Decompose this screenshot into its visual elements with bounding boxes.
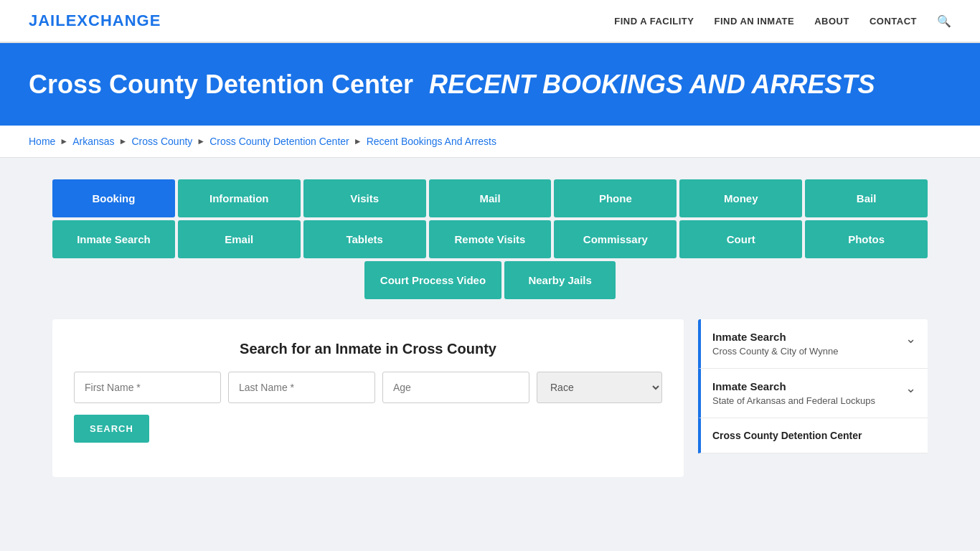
breadcrumb-sep-2: ► [119, 136, 128, 146]
tab-nearby-jails[interactable]: Nearby Jails [504, 261, 616, 299]
tab-commissary[interactable]: Commissary [554, 220, 677, 258]
sidebar-item-inmate-search-state[interactable]: Inmate Search State of Arkansas and Fede… [698, 369, 928, 418]
tab-mail[interactable]: Mail [429, 179, 552, 217]
logo-part2: EXCHANGE [66, 11, 161, 29]
race-select[interactable]: Race White Black Hispanic Asian Other [537, 372, 662, 403]
tab-tablets[interactable]: Tablets [303, 220, 426, 258]
tabs-row-3: Court Process Video Nearby Jails [52, 261, 928, 299]
age-input[interactable] [382, 372, 529, 403]
tab-remote-visits[interactable]: Remote Visits [429, 220, 552, 258]
hero-title-normal: Cross County Detention Center [29, 70, 413, 99]
breadcrumb-section: Home ► Arkansas ► Cross County ► Cross C… [0, 126, 980, 158]
tab-inmate-search[interactable]: Inmate Search [52, 220, 175, 258]
tab-court[interactable]: Court [679, 220, 802, 258]
tab-phone[interactable]: Phone [554, 179, 677, 217]
tab-email[interactable]: Email [178, 220, 301, 258]
search-icon[interactable]: 🔍 [937, 14, 951, 28]
sidebar-item-detention-center[interactable]: Cross County Detention Center [698, 418, 928, 453]
header: JAILEXCHANGE FIND A FACILITY FIND AN INM… [0, 0, 980, 43]
nav-find-inmate[interactable]: FIND AN INMATE [714, 16, 794, 27]
sidebar-item-sub-2: State of Arkansas and Federal Lockups [712, 395, 875, 406]
search-button[interactable]: SEARCH [74, 415, 149, 443]
tab-information[interactable]: Information [178, 179, 301, 217]
hero-title: Cross County Detention Center RECENT BOO… [29, 69, 951, 100]
logo-part1: JAIL [29, 11, 66, 29]
tabs-row-1: Booking Information Visits Mail Phone Mo… [52, 179, 928, 217]
chevron-down-icon-1: ⌄ [905, 331, 916, 347]
breadcrumb-home[interactable]: Home [29, 136, 55, 147]
tab-booking[interactable]: Booking [52, 179, 175, 217]
hero-section: Cross County Detention Center RECENT BOO… [0, 43, 980, 126]
breadcrumb-sep-1: ► [60, 136, 68, 146]
tab-bail[interactable]: Bail [805, 179, 928, 217]
breadcrumb-sep-4: ► [354, 136, 362, 146]
tab-visits[interactable]: Visits [303, 179, 426, 217]
search-panel-title: Search for an Inmate in Cross County [74, 341, 662, 357]
breadcrumb-detention-center[interactable]: Cross County Detention Center [209, 136, 349, 147]
sidebar-item-plain-label: Cross County Detention Center [712, 430, 916, 441]
sidebar: Inmate Search Cross County & City of Wyn… [698, 319, 928, 453]
tab-court-process-video[interactable]: Court Process Video [364, 261, 501, 299]
main-nav: FIND A FACILITY FIND AN INMATE ABOUT CON… [614, 14, 951, 28]
content-area: Search for an Inmate in Cross County Rac… [52, 319, 928, 477]
last-name-input[interactable] [228, 372, 375, 403]
sidebar-item-heading-2: Inmate Search [712, 380, 875, 392]
sidebar-item-heading-1: Inmate Search [712, 331, 838, 343]
sidebar-item-sub-1: Cross County & City of Wynne [712, 346, 838, 357]
breadcrumb-recent: Recent Bookings And Arrests [367, 136, 496, 147]
tab-money[interactable]: Money [679, 179, 802, 217]
breadcrumb-arkansas[interactable]: Arkansas [72, 136, 114, 147]
search-panel: Search for an Inmate in Cross County Rac… [52, 319, 684, 477]
tab-photos[interactable]: Photos [805, 220, 928, 258]
nav-find-facility[interactable]: FIND A FACILITY [614, 16, 694, 27]
breadcrumb: Home ► Arkansas ► Cross County ► Cross C… [29, 136, 951, 147]
nav-contact[interactable]: CONTACT [870, 16, 917, 27]
chevron-down-icon-2: ⌄ [905, 380, 916, 396]
tabs-container: Booking Information Visits Mail Phone Mo… [52, 179, 928, 299]
tabs-row-2: Inmate Search Email Tablets Remote Visit… [52, 220, 928, 258]
first-name-input[interactable] [74, 372, 221, 403]
sidebar-item-inmate-search-local[interactable]: Inmate Search Cross County & City of Wyn… [698, 319, 928, 369]
breadcrumb-sep-3: ► [197, 136, 205, 146]
main-content: Booking Information Visits Mail Phone Mo… [24, 158, 956, 499]
nav-about[interactable]: ABOUT [814, 16, 849, 27]
search-fields: Race White Black Hispanic Asian Other [74, 372, 662, 403]
breadcrumb-cross-county[interactable]: Cross County [132, 136, 193, 147]
logo[interactable]: JAILEXCHANGE [29, 11, 161, 30]
hero-title-italic: RECENT BOOKINGS AND ARRESTS [429, 70, 875, 99]
